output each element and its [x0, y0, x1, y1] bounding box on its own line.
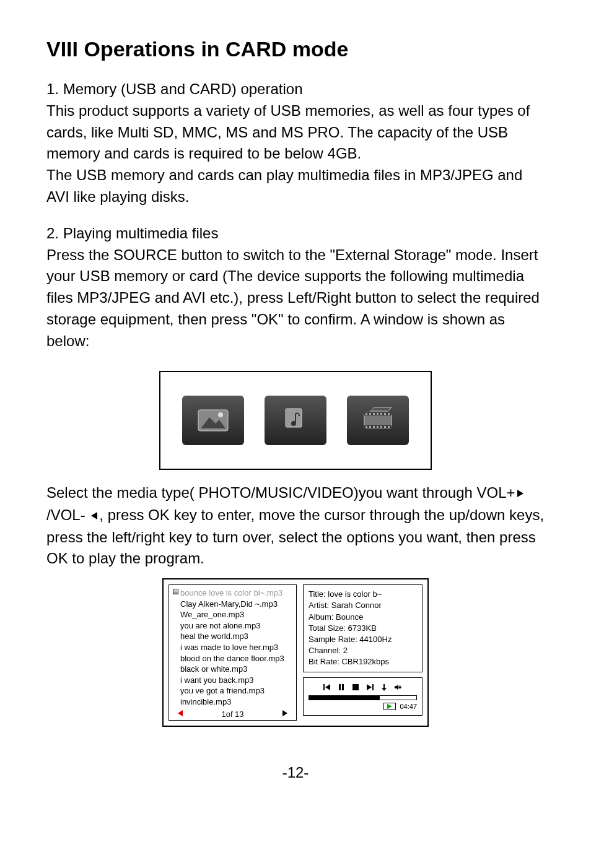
selection-marker-icon	[173, 589, 178, 594]
media-text-post: , press OK key to enter, move the cursor…	[46, 506, 544, 567]
section2-p1: Press the SOURCE button to switch to the…	[46, 245, 545, 352]
svg-rect-13	[384, 413, 386, 415]
svg-marker-27	[325, 684, 330, 690]
volume-up-icon[interactable]	[394, 683, 403, 692]
info-album: Album: Bounce	[309, 612, 417, 623]
svg-marker-31	[367, 684, 372, 690]
svg-rect-21	[388, 426, 390, 428]
list-item[interactable]: We_are_one.mp3	[180, 609, 284, 620]
skip-next-icon[interactable]	[366, 683, 374, 692]
svg-marker-35	[395, 684, 398, 690]
svg-marker-23	[91, 512, 97, 519]
right-triangle-icon	[515, 483, 525, 505]
section1-title: 1. Memory (USB and CARD) operation	[46, 79, 545, 100]
svg-marker-24	[178, 710, 183, 716]
pager-prev-icon[interactable]	[177, 710, 184, 719]
svg-rect-14	[388, 413, 390, 415]
svg-rect-8	[366, 413, 367, 415]
svg-rect-18	[377, 426, 379, 428]
info-bitrate: Bit Rate: CBR192kbps	[309, 656, 417, 667]
list-item[interactable]: bounce love is color bl~.mp3	[180, 588, 284, 599]
svg-rect-19	[380, 426, 382, 428]
svg-rect-9	[369, 413, 371, 415]
stop-icon[interactable]	[351, 683, 360, 692]
info-size: Total Size: 6733KB	[309, 623, 417, 634]
track-info-panel: Title: love is color b~ Artist: Sarah Co…	[303, 584, 422, 672]
down-arrow-icon[interactable]	[380, 683, 388, 692]
section1-p1: This product supports a variety of USB m…	[46, 100, 545, 165]
progress-bar[interactable]	[309, 695, 417, 700]
photo-thumb	[182, 396, 244, 445]
list-item[interactable]: you ve got a friend.mp3	[180, 685, 284, 697]
info-artist: Artist: Sarah Connor	[309, 600, 417, 611]
pause-icon[interactable]	[337, 683, 346, 692]
list-item[interactable]: heal the world.mp3	[180, 631, 284, 642]
player-figure: bounce love is color bl~.mp3 Clay Aiken-…	[162, 578, 429, 727]
svg-rect-11	[377, 413, 379, 415]
list-item[interactable]: i was made to love her.mp3	[180, 642, 284, 653]
info-sample: Sample Rate: 44100Hz	[309, 634, 417, 645]
photo-icon	[195, 405, 232, 436]
svg-rect-28	[339, 684, 341, 690]
left-triangle-icon	[89, 505, 99, 527]
svg-marker-22	[517, 490, 523, 497]
playback-controls-panel: 04:47	[303, 677, 422, 716]
svg-point-4	[291, 421, 296, 426]
svg-marker-34	[382, 688, 387, 691]
svg-rect-20	[384, 426, 386, 428]
svg-rect-10	[373, 413, 375, 415]
svg-rect-12	[380, 413, 382, 415]
video-icon	[359, 405, 396, 436]
svg-rect-15	[366, 426, 367, 428]
list-item[interactable]: invincible.mp3	[180, 697, 284, 708]
page-heading: VIII Operations in CARD mode	[46, 37, 545, 61]
time-label: 04:47	[400, 703, 417, 710]
video-thumb	[347, 396, 409, 445]
svg-rect-30	[352, 684, 359, 690]
pager-label: 1of 13	[221, 710, 243, 719]
svg-point-2	[218, 412, 223, 417]
list-item[interactable]: you are not alone.mp3	[180, 620, 284, 631]
svg-marker-25	[282, 710, 287, 716]
info-channel: Channel: 2	[309, 645, 417, 656]
pager-next-icon[interactable]	[281, 710, 289, 719]
svg-marker-38	[387, 704, 392, 709]
section1-p2: The USB memory and cards can play multim…	[46, 165, 545, 208]
media-type-figure	[159, 371, 432, 470]
info-title: Title: love is color b~	[309, 589, 417, 600]
list-item[interactable]: i want you back.mp3	[180, 675, 284, 686]
media-select-paragraph: Select the media type( PHOTO/MUSIC/VIDEO…	[46, 482, 545, 570]
list-item[interactable]: blood on the dance floor.mp3	[180, 653, 284, 664]
svg-rect-16	[369, 426, 371, 428]
list-item[interactable]: Clay Aiken-Mary,Did ~.mp3	[180, 599, 284, 610]
section2-title: 2. Playing multimedia files	[46, 223, 545, 245]
svg-rect-26	[323, 684, 325, 690]
file-list: bounce love is color bl~.mp3 Clay Aiken-…	[180, 588, 284, 707]
skip-prev-icon[interactable]	[323, 683, 331, 692]
progress-fill	[309, 696, 380, 700]
media-text-mid: /VOL-	[46, 506, 89, 523]
svg-rect-17	[373, 426, 375, 428]
media-text-pre: Select the media type( PHOTO/MUSIC/VIDEO…	[46, 484, 515, 501]
page-number: -12-	[46, 764, 545, 781]
play-mini-icon[interactable]	[383, 703, 396, 710]
list-item[interactable]: black or white.mp3	[180, 664, 284, 675]
music-thumb	[265, 396, 326, 445]
file-list-panel: bounce love is color bl~.mp3 Clay Aiken-…	[169, 584, 297, 721]
svg-rect-29	[342, 684, 344, 690]
music-icon	[277, 405, 314, 436]
svg-rect-32	[372, 684, 374, 690]
